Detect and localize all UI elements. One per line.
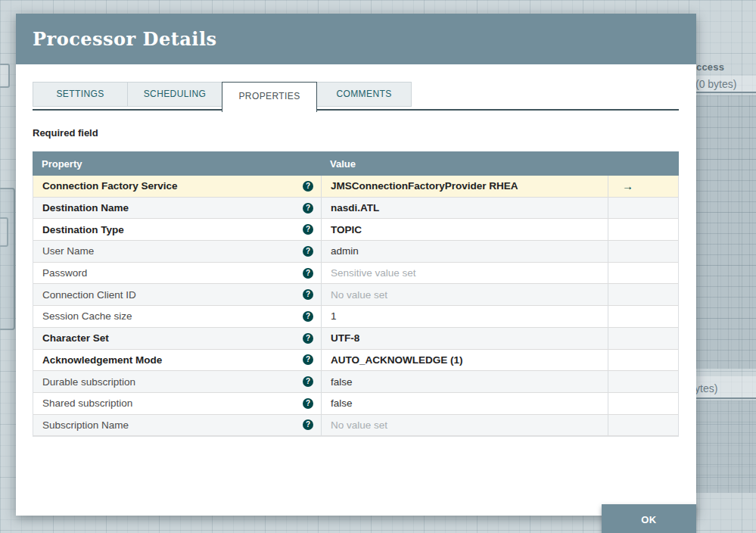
help-icon[interactable]: ? <box>303 224 313 235</box>
property-value: AUTO_ACKNOWLEDGE (1) <box>321 350 608 371</box>
table-row: Durable subscription ? false <box>33 371 678 393</box>
property-value: admin <box>321 241 608 262</box>
dialog-header: Processor Details <box>16 14 696 64</box>
row-extra-cell <box>608 393 678 414</box>
property-value: No value set <box>321 284 608 305</box>
property-value: Sensitive value set <box>321 263 608 284</box>
tab-settings[interactable]: SETTINGS <box>33 82 128 107</box>
row-extra-cell <box>608 328 678 349</box>
column-header-value: Value <box>321 158 608 170</box>
table-row: Shared subscription ? false <box>33 393 678 415</box>
row-extra-cell <box>608 350 678 371</box>
row-extra-cell <box>608 371 678 392</box>
table-row: Connection Client ID ? No value set <box>33 284 678 306</box>
row-extra-cell <box>608 415 678 436</box>
property-value: nasdi.ATL <box>321 198 608 219</box>
property-name-cell: Destination Type ? <box>33 219 321 240</box>
connection-path-line <box>692 397 756 399</box>
property-name-cell: Character Set ? <box>33 328 321 349</box>
column-header-property: Property <box>33 158 321 170</box>
table-row: Connection Factory Service ? JMSConnecti… <box>33 176 678 198</box>
row-extra-cell <box>608 263 678 284</box>
property-name: User Name <box>42 245 94 257</box>
properties-table: Property Value Connection Factory Servic… <box>33 151 679 437</box>
property-name-cell: Password ? <box>33 263 321 284</box>
row-extra-cell <box>608 198 678 219</box>
property-name-cell: Connection Client ID ? <box>33 284 321 305</box>
property-name-cell: Shared subscription ? <box>33 393 321 414</box>
dialog-body: SETTINGS SCHEDULING PROPERTIES COMMENTS … <box>16 82 696 533</box>
help-icon[interactable]: ? <box>303 181 313 192</box>
help-icon[interactable]: ? <box>303 376 313 387</box>
help-icon[interactable]: ? <box>303 419 313 430</box>
row-extra-cell <box>608 241 678 262</box>
processor-details-dialog: Processor Details SETTINGS SCHEDULING PR… <box>16 14 696 516</box>
property-name: Connection Factory Service <box>42 180 178 192</box>
property-name: Session Cache size <box>42 310 132 322</box>
nifi-canvas-backdrop: ccess (0 bytes) ytes) Processor Details … <box>0 0 756 533</box>
processor-fragment-left <box>0 64 10 88</box>
table-row: Destination Type ? TOPIC <box>33 219 678 241</box>
property-name: Acknowledgement Mode <box>42 354 162 366</box>
table-row: Character Set ? UTF-8 <box>33 328 678 350</box>
property-value: UTF-8 <box>321 328 608 349</box>
process-group-fragment-right <box>696 95 756 369</box>
property-name: Connection Client ID <box>42 289 136 301</box>
property-value: JMSConnectionFactoryProvider RHEA <box>321 176 608 197</box>
property-name: Password <box>42 267 87 279</box>
tab-comments[interactable]: COMMENTS <box>316 82 412 107</box>
help-icon[interactable]: ? <box>303 354 313 365</box>
ok-button[interactable]: OK <box>602 504 696 533</box>
dialog-tabbar: SETTINGS SCHEDULING PROPERTIES COMMENTS <box>33 82 679 112</box>
tab-scheduling[interactable]: SCHEDULING <box>127 82 222 107</box>
property-value: false <box>321 393 608 414</box>
property-name-cell: Subscription Name ? <box>33 415 321 436</box>
help-icon[interactable]: ? <box>303 289 313 300</box>
dialog-title: Processor Details <box>33 28 217 50</box>
property-name-cell: Destination Name ? <box>33 198 321 219</box>
table-row: Subscription Name ? No value set <box>33 415 678 437</box>
connection-path-line <box>692 92 756 93</box>
connection-label-fragment-success: ccess <box>696 61 724 73</box>
help-icon[interactable]: ? <box>303 268 313 279</box>
help-icon[interactable]: ? <box>303 398 313 409</box>
property-name-cell: User Name ? <box>33 241 321 262</box>
properties-table-body: Connection Factory Service ? JMSConnecti… <box>33 176 679 437</box>
table-row: Session Cache size ? 1 <box>33 306 678 328</box>
property-name: Destination Name <box>42 202 129 214</box>
help-icon[interactable]: ? <box>303 246 313 257</box>
property-name: Character Set <box>42 332 109 344</box>
properties-table-header: Property Value <box>33 151 679 176</box>
property-value: TOPIC <box>321 219 608 240</box>
help-icon[interactable]: ? <box>303 203 313 214</box>
help-icon[interactable]: ? <box>303 311 313 322</box>
row-extra-cell <box>608 219 678 240</box>
table-row: Destination Name ? nasdi.ATL <box>33 198 678 220</box>
property-value: 1 <box>321 306 608 327</box>
property-name-cell: Acknowledgement Mode ? <box>33 350 321 371</box>
property-value: No value set <box>321 415 608 436</box>
process-group-fragment-left <box>0 188 15 330</box>
connection-label-fragment-bytes-top: (0 bytes) <box>695 78 736 90</box>
tab-underline <box>33 109 679 111</box>
tab-properties[interactable]: PROPERTIES <box>222 82 317 112</box>
property-name-cell: Connection Factory Service ? <box>33 176 321 197</box>
row-extra-cell <box>608 284 678 305</box>
table-row: User Name ? admin <box>33 241 678 263</box>
property-name-cell: Durable subscription ? <box>33 371 321 392</box>
row-extra-cell <box>608 306 678 327</box>
help-icon[interactable]: ? <box>303 333 313 344</box>
required-field-label: Required field <box>33 127 679 139</box>
property-name: Shared subscription <box>42 397 132 409</box>
property-name: Durable subscription <box>42 376 135 388</box>
property-value: false <box>321 371 608 392</box>
property-name: Destination Type <box>42 224 124 235</box>
property-name-cell: Session Cache size ? <box>33 306 321 327</box>
connection-label-fragment-bytes-bottom: ytes) <box>695 382 717 394</box>
table-row: Acknowledgement Mode ? AUTO_ACKNOWLEDGE … <box>33 350 678 372</box>
row-extra-cell: → <box>608 176 678 197</box>
process-group-fragment-right <box>696 401 756 493</box>
goto-arrow-icon[interactable]: → <box>622 179 633 192</box>
property-name: Subscription Name <box>42 419 129 431</box>
table-row: Password ? Sensitive value set <box>33 263 678 285</box>
